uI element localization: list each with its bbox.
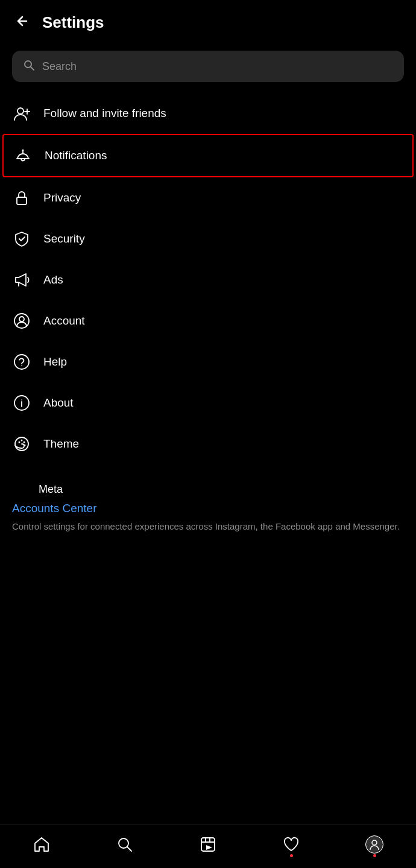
search-icon	[23, 59, 35, 74]
menu-item-notifications[interactable]: Notifications	[2, 134, 414, 177]
menu-item-account[interactable]: Account	[2, 300, 414, 341]
menu-item-label-security: Security	[43, 232, 85, 246]
activity-notification-dot	[290, 854, 293, 857]
menu-item-security[interactable]: Security	[2, 218, 414, 259]
help-circle-icon	[12, 352, 31, 372]
palette-icon	[12, 434, 31, 454]
menu-item-label-follow-invite: Follow and invite friends	[43, 107, 166, 120]
menu-item-label-theme: Theme	[43, 437, 79, 451]
person-circle-icon	[12, 311, 31, 331]
menu-item-help[interactable]: Help	[2, 341, 414, 382]
reels-icon	[199, 835, 217, 854]
svg-point-14	[21, 399, 22, 401]
info-circle-icon	[12, 393, 31, 413]
back-button[interactable]	[12, 11, 33, 34]
svg-point-16	[19, 442, 20, 443]
search-container: Search	[0, 40, 416, 93]
search-bar[interactable]: Search	[12, 51, 404, 82]
meta-description: Control settings for connected experienc…	[12, 520, 404, 534]
nav-home[interactable]	[25, 833, 58, 856]
meta-logo: Meta	[12, 483, 404, 496]
nav-search[interactable]	[109, 833, 141, 856]
menu-item-about[interactable]: About	[2, 382, 414, 423]
profile-notification-dot	[373, 854, 376, 857]
meta-label: Meta	[39, 483, 63, 496]
profile-avatar	[365, 835, 383, 854]
heart-icon	[282, 835, 300, 854]
svg-point-11	[21, 365, 22, 366]
search-nav-icon	[116, 835, 134, 854]
nav-profile[interactable]	[358, 833, 391, 856]
menu-item-theme[interactable]: Theme	[2, 423, 414, 464]
svg-line-1	[31, 67, 34, 70]
header: Settings	[0, 0, 416, 40]
menu-item-ads[interactable]: Ads	[2, 259, 414, 300]
settings-menu: Follow and invite friends Notifications	[0, 93, 416, 464]
menu-item-privacy[interactable]: Privacy	[2, 177, 414, 218]
search-placeholder-text: Search	[42, 60, 77, 73]
menu-item-label-notifications: Notifications	[45, 149, 107, 162]
svg-point-2	[17, 108, 24, 114]
megaphone-icon	[12, 270, 31, 290]
shield-icon	[12, 229, 31, 249]
svg-marker-26	[206, 845, 212, 850]
lock-icon	[12, 188, 31, 207]
bottom-navigation	[0, 825, 416, 868]
menu-item-label-account: Account	[43, 314, 85, 328]
nav-activity[interactable]	[275, 833, 307, 856]
svg-point-6	[22, 150, 24, 151]
svg-point-17	[21, 440, 23, 442]
svg-point-18	[24, 442, 25, 443]
svg-point-9	[19, 317, 24, 322]
menu-item-follow-invite[interactable]: Follow and invite friends	[2, 93, 414, 134]
profile-icon	[365, 835, 383, 854]
svg-line-21	[127, 847, 131, 851]
menu-item-label-privacy: Privacy	[43, 191, 81, 204]
home-icon	[33, 835, 51, 854]
nav-reels[interactable]	[192, 833, 224, 856]
menu-item-label-help: Help	[43, 355, 67, 369]
svg-rect-7	[17, 197, 27, 204]
svg-point-27	[372, 840, 377, 845]
accounts-center-link[interactable]: Accounts Center	[12, 502, 404, 515]
menu-item-label-about: About	[43, 396, 74, 410]
page-title: Settings	[42, 13, 104, 32]
bell-icon	[13, 146, 33, 165]
svg-point-10	[14, 355, 29, 369]
meta-section: Meta Accounts Center Control settings fo…	[0, 464, 416, 543]
add-person-icon	[12, 104, 31, 123]
menu-item-label-ads: Ads	[43, 273, 63, 287]
